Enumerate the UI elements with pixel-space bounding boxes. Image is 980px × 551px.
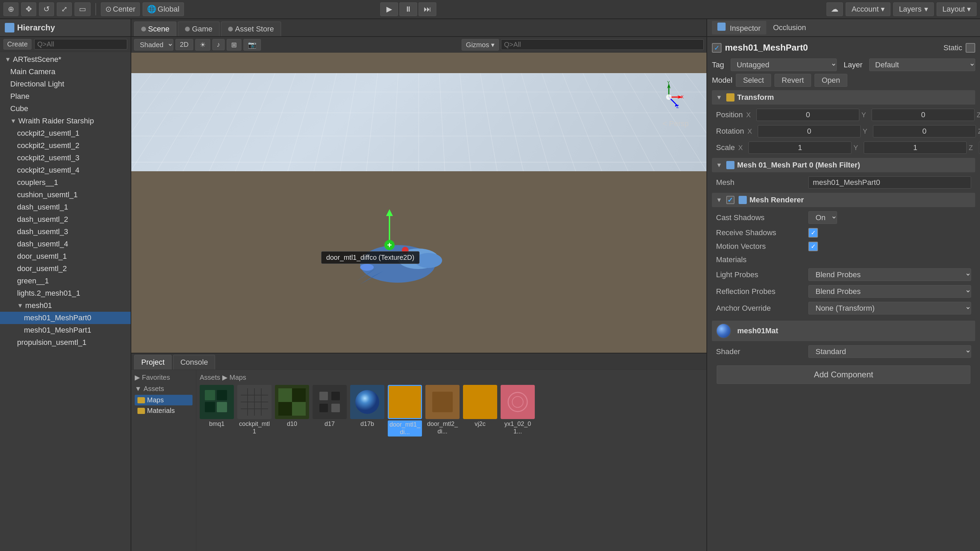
path-assets[interactable]: Assets — [200, 373, 220, 381]
tab-occlusion[interactable]: Occlusion — [768, 22, 812, 34]
layers-dropdown[interactable]: Layers ▾ — [893, 2, 934, 16]
asset-d17[interactable]: d17 — [313, 385, 347, 437]
hierarchy-item-cockpit1[interactable]: cockpit2_usemtl_1 — [0, 127, 130, 140]
play-button[interactable]: ▶ — [380, 2, 398, 16]
layout-dropdown[interactable]: Layout ▾ — [937, 2, 977, 16]
open-btn[interactable]: Open — [815, 74, 847, 87]
hierarchy-item-couplers[interactable]: couplers__1 — [0, 176, 130, 189]
hierarchy-item-plane[interactable]: Plane — [0, 90, 130, 103]
select-btn[interactable]: Select — [736, 74, 771, 87]
asset-bmq1[interactable]: bmq1 — [200, 385, 234, 437]
tool-btn-2[interactable]: ✥ — [21, 2, 36, 16]
reflection-probes-dropdown[interactable]: Blend Probes — [808, 285, 971, 298]
hierarchy-item-dash3[interactable]: dash_usemtl_3 — [0, 225, 130, 238]
tab-game[interactable]: Game — [178, 22, 220, 36]
object-active-checkbox[interactable] — [712, 43, 721, 52]
hierarchy-create-btn[interactable]: Create — [3, 39, 32, 49]
sun-btn[interactable]: ☀ — [195, 39, 210, 51]
mesh-renderer-header[interactable]: ▼ Mesh Renderer — [712, 193, 975, 207]
revert-btn[interactable]: Revert — [775, 74, 811, 87]
gizmos-btn[interactable]: Gizmos ▾ — [461, 39, 499, 51]
sidebar-item-maps[interactable]: Maps — [135, 395, 192, 405]
hierarchy-item-door2[interactable]: door_usemtl_2 — [0, 262, 130, 275]
hierarchy-item-wraith[interactable]: ▼ Wraith Raider Starship — [0, 115, 130, 127]
path-maps[interactable]: Maps — [229, 373, 246, 381]
directional-light-label: Directional Light — [10, 79, 64, 89]
add-component-button[interactable]: Add Component — [717, 365, 970, 384]
effects-btn[interactable]: ⊞ — [227, 39, 242, 51]
hierarchy-item-mesh01[interactable]: ▼ mesh01 — [0, 299, 130, 312]
transform-section-header[interactable]: ▼ Transform — [712, 90, 975, 105]
mesh-renderer-checkbox[interactable] — [726, 196, 735, 204]
scale-x[interactable] — [749, 141, 851, 154]
hierarchy-item-green[interactable]: green__1 — [0, 275, 130, 287]
hierarchy-item-cockpit2[interactable]: cockpit2_usemtl_2 — [0, 140, 130, 152]
account-dropdown[interactable]: Account ▾ — [846, 2, 891, 16]
hierarchy-item-dash1[interactable]: dash_usemtl_1 — [0, 201, 130, 213]
center-btn[interactable]: ⊙ Center — [101, 2, 140, 16]
asset-door-mtl1[interactable]: door_mtl1_di... — [388, 385, 422, 437]
light-probes-dropdown[interactable]: Blend Probes — [808, 268, 971, 281]
hierarchy-item-dash2[interactable]: dash_usemtl_2 — [0, 213, 130, 225]
hierarchy-item-cube[interactable]: Cube — [0, 103, 130, 115]
inspector-tabs: Inspector Occlusion — [712, 21, 811, 35]
camera-btn[interactable]: 📷 — [243, 39, 261, 51]
tool-btn-4[interactable]: ⤢ — [57, 2, 72, 16]
scene-viewport[interactable]: + door_mtl1_diffco (Texture2D) — [131, 52, 706, 353]
hierarchy-item-lights[interactable]: lights.2_mesh01_1 — [0, 287, 130, 299]
hierarchy-item-meshpart0[interactable]: mesh01_MeshPart0 — [0, 312, 130, 324]
tool-btn-5[interactable]: ▭ — [75, 2, 91, 16]
hierarchy-item-dash4[interactable]: dash_usemtl_4 — [0, 238, 130, 250]
position-x[interactable] — [756, 109, 859, 121]
asset-vj2c[interactable]: vj2c — [463, 385, 497, 437]
hierarchy-item-cushion[interactable]: cushion_usemtl_1 — [0, 189, 130, 201]
tab-project[interactable]: Project — [134, 355, 172, 370]
hierarchy-item-meshpart1[interactable]: mesh01_MeshPart1 — [0, 324, 130, 337]
mesh-filter-header[interactable]: ▼ Mesh 01_Mesh Part 0 (Mesh Filter) — [712, 158, 975, 172]
tab-inspector[interactable]: Inspector — [712, 21, 766, 35]
static-checkbox[interactable] — [966, 43, 975, 52]
position-y[interactable] — [872, 109, 975, 121]
material-section-header[interactable]: mesh01Mat — [712, 321, 975, 341]
tag-dropdown[interactable]: Untagged — [731, 59, 837, 71]
hierarchy-item-cockpit4[interactable]: cockpit2_usemtl_4 — [0, 164, 130, 176]
tool-btn-3[interactable]: ↺ — [39, 2, 54, 16]
sidebar-item-materials[interactable]: Materials — [135, 405, 192, 416]
rotation-x[interactable] — [758, 125, 861, 137]
rotation-y[interactable] — [873, 125, 976, 137]
audio-btn[interactable]: ♪ — [212, 39, 225, 50]
tab-scene[interactable]: Scene — [134, 22, 177, 36]
global-btn[interactable]: 🌐 Global — [143, 2, 184, 16]
inspector-tab-label: Inspector — [730, 24, 761, 32]
tab-console[interactable]: Console — [173, 355, 215, 370]
hierarchy-item-door1[interactable]: door_usemtl_1 — [0, 250, 130, 262]
hierarchy-item-cockpit3[interactable]: cockpit2_usemtl_3 — [0, 152, 130, 164]
receive-shadows-checkbox[interactable] — [808, 228, 818, 238]
hierarchy-item-scene[interactable]: ▼ ARTestScene* — [0, 53, 130, 66]
asset-door-mtl2[interactable]: door_mtl2_di... — [425, 385, 460, 437]
hierarchy-item-propulsion[interactable]: propulsion_usemtl_1 — [0, 337, 130, 349]
asset-cockpit[interactable]: cockpit_mtl1 — [237, 385, 272, 437]
motion-vectors-checkbox[interactable] — [808, 242, 818, 251]
mesh-filter-icon — [726, 161, 735, 169]
transform-plus-icon[interactable]: + — [384, 240, 395, 250]
asset-d10[interactable]: d10 — [275, 385, 309, 437]
tab-asset-store[interactable]: Asset Store — [221, 22, 281, 36]
asset-d17b[interactable]: d17b — [350, 385, 384, 437]
shading-dropdown[interactable]: Shaded — [134, 39, 173, 51]
pause-button[interactable]: ⏸ — [399, 2, 417, 16]
scale-y[interactable] — [864, 141, 967, 154]
hierarchy-item-directional-light[interactable]: Directional Light — [0, 78, 130, 90]
layer-dropdown[interactable]: Default — [869, 59, 975, 71]
view-2d-btn[interactable]: 2D — [175, 39, 193, 50]
anchor-override-dropdown[interactable]: None (Transform) — [808, 302, 971, 314]
cloud-icon[interactable]: ☁ — [826, 2, 843, 16]
cast-shadows-dropdown[interactable]: On — [808, 211, 837, 224]
step-button[interactable]: ⏭ — [418, 2, 436, 16]
hierarchy-search[interactable] — [34, 39, 127, 49]
asset-yx1[interactable]: yx1_02_01... — [501, 385, 535, 437]
shader-dropdown[interactable]: Standard — [808, 345, 971, 358]
scene-search[interactable] — [501, 39, 704, 50]
tool-btn-1[interactable]: ⊕ — [3, 2, 19, 16]
hierarchy-item-main-camera[interactable]: Main Camera — [0, 66, 130, 78]
